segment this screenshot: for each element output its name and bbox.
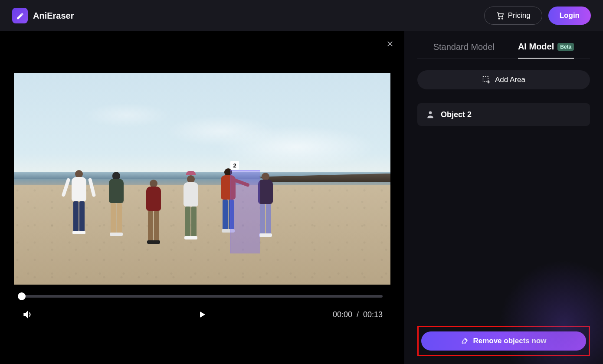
volume-icon[interactable] — [22, 309, 33, 320]
editor-panel: 2 — [0, 31, 404, 364]
sky-clouds — [14, 73, 390, 179]
person-1 — [66, 170, 92, 245]
timeline-thumb[interactable] — [18, 292, 26, 300]
remove-highlight-box: Remove objects now — [417, 326, 590, 356]
sidebar-panel: Standard Model AI Model Beta Add Area — [404, 31, 603, 364]
add-area-button[interactable]: Add Area — [417, 70, 590, 89]
object-item[interactable]: Object 2 — [417, 103, 590, 126]
header-actions: Pricing Login — [484, 7, 591, 25]
video-preview[interactable]: 2 — [14, 73, 390, 285]
close-button[interactable] — [386, 40, 394, 48]
person-3 — [141, 180, 167, 245]
svg-point-0 — [498, 18, 500, 19]
time-current: 00:00 — [333, 310, 352, 319]
add-area-icon — [482, 75, 491, 84]
video-timeline[interactable] — [22, 295, 383, 298]
main-layout: 2 — [0, 31, 603, 364]
selection-label: 2 — [230, 161, 239, 170]
brand: AniEraser — [12, 8, 74, 23]
selection-box[interactable]: 2 — [230, 170, 260, 253]
add-area-label: Add Area — [495, 75, 525, 84]
person-icon — [426, 110, 435, 119]
broom-icon — [461, 337, 469, 345]
pricing-label: Pricing — [508, 11, 531, 20]
svg-rect-2 — [483, 77, 488, 82]
app-header: AniEraser Pricing Login — [0, 0, 603, 31]
person-2 — [103, 172, 129, 245]
play-icon[interactable] — [197, 309, 207, 320]
model-tabs: Standard Model AI Model Beta — [417, 42, 590, 59]
player-controls: 00:00 / 00:13 — [22, 309, 383, 320]
person-4 — [178, 175, 204, 245]
pricing-button[interactable]: Pricing — [484, 7, 542, 25]
tab-ai-model[interactable]: AI Model Beta — [518, 42, 574, 59]
tab-standard-model[interactable]: Standard Model — [433, 42, 495, 59]
svg-point-1 — [502, 18, 503, 19]
app-logo-icon — [12, 8, 28, 23]
object-label: Object 2 — [441, 110, 472, 119]
remove-objects-button[interactable]: Remove objects now — [421, 331, 586, 351]
beta-badge: Beta — [557, 43, 574, 51]
time-sep: / — [357, 310, 359, 319]
remove-label: Remove objects now — [473, 337, 546, 345]
svg-point-3 — [429, 111, 432, 115]
time-duration: 00:13 — [363, 310, 383, 319]
brand-name: AniEraser — [33, 11, 74, 21]
login-button[interactable]: Login — [548, 7, 591, 25]
cart-icon — [496, 11, 505, 20]
